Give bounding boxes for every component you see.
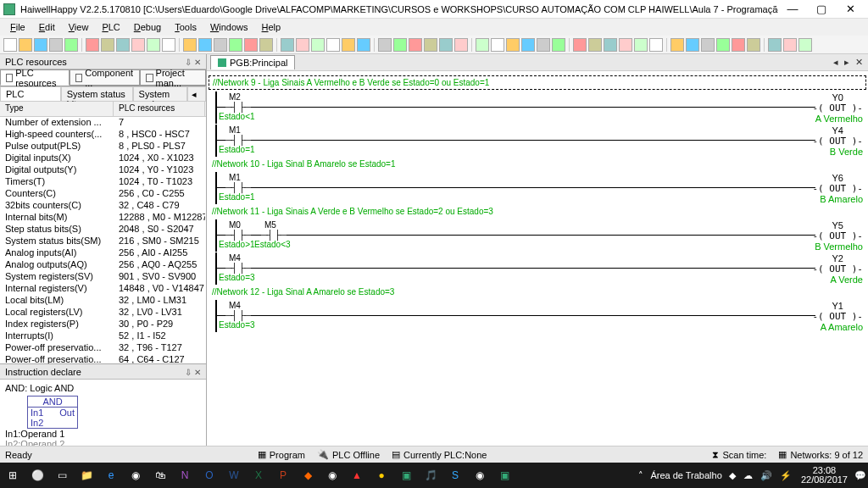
toolbar-button[interactable] xyxy=(424,38,437,52)
task-search[interactable]: ⚪ xyxy=(26,464,48,486)
network-comment[interactable]: //Network 11 - Liga Sinais A Verde e B V… xyxy=(209,205,866,218)
toolbar-button[interactable] xyxy=(409,38,422,52)
task-app4[interactable]: ● xyxy=(370,464,392,486)
table-row[interactable]: Power-off preservatio...64 , C64 - C127 xyxy=(0,354,206,363)
toolbar-button[interactable] xyxy=(116,38,130,52)
table-row[interactable]: Internal bits(M)12288 , M0 - M12287 xyxy=(0,212,206,224)
toolbar-button[interactable] xyxy=(378,38,392,52)
tray-clock[interactable]: 23:0822/08/2017 xyxy=(801,466,848,485)
toolbar-button[interactable] xyxy=(439,38,453,52)
toolbar-button[interactable] xyxy=(311,38,325,52)
toolbar-button[interactable] xyxy=(101,38,114,52)
resource-grid[interactable]: Number of extension ...7High-speed count… xyxy=(0,117,206,363)
menu-debug[interactable]: Debug xyxy=(127,20,168,34)
table-row[interactable]: Step status bits(S)2048 , S0 - S2047 xyxy=(0,224,206,236)
toolbar-button[interactable] xyxy=(552,38,565,52)
col-resources[interactable]: PLC resources xyxy=(114,102,205,116)
task-outlook[interactable]: O xyxy=(198,464,220,486)
task-app6[interactable]: 🎵 xyxy=(420,464,442,486)
toolbar-button[interactable] xyxy=(357,38,370,52)
toolbar-button[interactable] xyxy=(64,38,78,52)
toolbar-button[interactable] xyxy=(701,38,715,52)
doc-tab-principal[interactable]: PGB:Principal xyxy=(210,55,295,69)
minimize-button[interactable]: — xyxy=(778,1,807,18)
toolbar-button[interactable] xyxy=(783,38,797,52)
rung[interactable]: ─┤ ├─M0Estado>1─┤ ├─M5Estado<3Y5-( OUT )… xyxy=(209,219,866,252)
rung[interactable]: ─┤ ├─M4Estado=3Y1-( OUT )-A Amarelo xyxy=(209,300,866,332)
subtab-system-regis[interactable]: System regis xyxy=(133,86,187,101)
toolbar-button[interactable] xyxy=(686,38,699,52)
tray-up[interactable]: ˄ xyxy=(638,470,643,481)
network-comment[interactable]: //Network 12 - Liga Sinal A Amarelo se E… xyxy=(209,286,866,298)
table-row[interactable]: Power-off preservatio...32 , T96 - T127 xyxy=(0,342,206,354)
menu-plc[interactable]: PLC xyxy=(95,20,126,34)
table-row[interactable]: Internal registers(V)14848 , V0 - V14847 xyxy=(0,283,206,295)
task-app8[interactable]: ◉ xyxy=(469,464,491,486)
menu-windows[interactable]: Windows xyxy=(203,20,255,34)
task-edge[interactable]: e xyxy=(100,464,122,486)
table-row[interactable]: Digital outputs(Y)1024 , Y0 - Y1023 xyxy=(0,164,206,176)
menu-tools[interactable]: Tools xyxy=(168,20,203,34)
toolbar-button[interactable] xyxy=(342,38,355,52)
subtab-system-status[interactable]: System status bits xyxy=(61,86,133,101)
toolbar-button[interactable] xyxy=(716,38,730,52)
start-button[interactable]: ⊞ xyxy=(2,464,24,486)
menu-file[interactable]: File xyxy=(3,20,32,34)
toolbar-button[interactable] xyxy=(393,38,407,52)
table-row[interactable]: 32bits counters(C)32 , C48 - C79 xyxy=(0,200,206,212)
toolbar-button[interactable] xyxy=(491,38,504,52)
toolbar-button[interactable] xyxy=(619,38,632,52)
toolbar-button[interactable] xyxy=(326,38,340,52)
toolbar-button[interactable] xyxy=(798,38,812,52)
table-row[interactable]: Timers(T)1024 , T0 - T1023 xyxy=(0,176,206,188)
menu-view[interactable]: View xyxy=(62,20,96,34)
toolbar-button[interactable] xyxy=(454,38,468,52)
task-app5[interactable]: ▣ xyxy=(395,464,417,486)
toolbar-button[interactable] xyxy=(147,38,160,52)
table-row[interactable]: System status bits(SM)216 , SM0 - SM215 xyxy=(0,236,206,247)
table-row[interactable]: Local bits(LM)32 , LM0 - LM31 xyxy=(0,295,206,307)
table-row[interactable]: Counters(C)256 , C0 - C255 xyxy=(0,188,206,200)
rung[interactable]: ─┤ ├─M1Estado=1Y4-( OUT )-B Verde xyxy=(209,125,866,157)
toolbar-button[interactable] xyxy=(3,38,17,52)
toolbar-button[interactable] xyxy=(198,38,212,52)
table-row[interactable]: Digital inputs(X)1024 , X0 - X1023 xyxy=(0,152,206,164)
toolbar-button[interactable] xyxy=(34,38,47,52)
toolbar-button[interactable] xyxy=(537,38,550,52)
toolbar-button[interactable] xyxy=(296,38,309,52)
task-onenote[interactable]: N xyxy=(174,464,196,486)
tray-notif[interactable]: 💬 xyxy=(854,470,866,481)
toolbar-button[interactable] xyxy=(732,38,745,52)
table-row[interactable]: Analog inputs(AI)256 , AI0 - AI255 xyxy=(0,247,206,259)
toolbar-button[interactable] xyxy=(281,38,294,52)
toolbar-button[interactable] xyxy=(634,38,648,52)
menu-help[interactable]: Help xyxy=(255,20,288,34)
task-haiwell[interactable]: ▣ xyxy=(493,464,515,486)
network-comment[interactable]: //Network 9 - Liga Sinais A Vermelho e B… xyxy=(209,75,866,90)
toolbar-button[interactable] xyxy=(19,38,32,52)
task-chrome[interactable]: ◉ xyxy=(125,464,147,486)
tab-component[interactable]: Component ... xyxy=(70,69,141,86)
doc-tab-nav[interactable]: ◂ ▸ ✕ xyxy=(833,57,865,68)
ladder-editor[interactable]: //Network 9 - Liga Sinais A Vermelho e B… xyxy=(207,71,868,446)
task-powerpoint[interactable]: P xyxy=(272,464,294,486)
table-row[interactable]: Analog outputs(AQ)256 , AQ0 - AQ255 xyxy=(0,259,206,271)
task-word[interactable]: W xyxy=(223,464,245,486)
pin-icon[interactable] xyxy=(185,367,201,377)
table-row[interactable]: High-speed counters(...8 , HSC0 - HSC7 xyxy=(0,129,206,141)
toolbar-button[interactable] xyxy=(214,38,227,52)
toolbar-button[interactable] xyxy=(573,38,587,52)
toolbar-button[interactable] xyxy=(183,38,197,52)
task-app7[interactable]: S xyxy=(444,464,466,486)
rung[interactable]: ─┤ ├─M4Estado=3Y2-( OUT )-A Verde xyxy=(209,252,866,285)
tab-project-man[interactable]: Project man... xyxy=(140,69,206,86)
toolbar-button[interactable] xyxy=(259,38,273,52)
subtab-scroll[interactable]: ◂ ▸ xyxy=(187,86,206,101)
tray-icons[interactable]: ◆ ☁ 🔊 ⚡ xyxy=(729,470,794,481)
toolbar-button[interactable] xyxy=(506,38,520,52)
table-row[interactable]: Number of extension ...7 xyxy=(0,117,206,129)
table-row[interactable]: Index registers(P)30 , P0 - P29 xyxy=(0,319,206,330)
rung[interactable]: ─┤ ├─M2Estado<1Y0-( OUT )-A Vermelho xyxy=(209,92,866,124)
pin-icon[interactable] xyxy=(185,57,201,67)
toolbar-button[interactable] xyxy=(229,38,242,52)
